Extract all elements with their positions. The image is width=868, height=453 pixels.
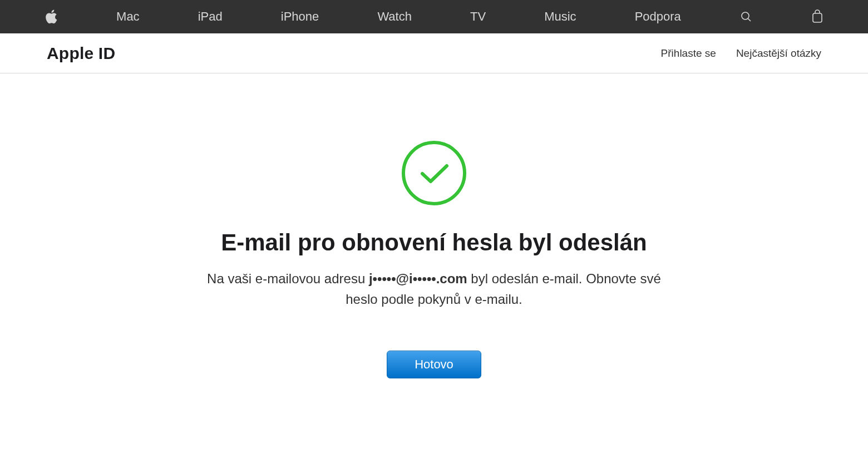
body-text: Na vaši e-mailovou adresu j•••••@i•••••.…: [200, 268, 668, 309]
svg-point-0: [742, 12, 749, 19]
page-title: Apple ID: [47, 44, 115, 63]
nav-ipad[interactable]: iPad: [198, 9, 223, 24]
apple-logo-icon[interactable]: [45, 9, 58, 24]
faq-link[interactable]: Nejčastější otázky: [736, 47, 821, 60]
headline: E-mail pro obnovení hesla byl odeslán: [221, 229, 647, 256]
search-icon[interactable]: [739, 10, 753, 23]
svg-point-3: [403, 142, 465, 204]
nav-support[interactable]: Podpora: [635, 9, 681, 24]
nav-watch[interactable]: Watch: [377, 9, 412, 24]
svg-line-1: [748, 18, 751, 21]
global-nav: Mac iPad iPhone Watch TV Music Podpora: [0, 0, 868, 33]
done-button[interactable]: Hotovo: [387, 351, 481, 378]
body-text-pre: Na vaši e-mailovou adresu: [207, 271, 369, 286]
body-text-email: j•••••@i•••••.com: [369, 271, 467, 286]
main-content: E-mail pro obnovení hesla byl odeslán Na…: [0, 73, 868, 378]
nav-iphone[interactable]: iPhone: [281, 9, 319, 24]
nav-tv[interactable]: TV: [470, 9, 486, 24]
bag-icon[interactable]: [811, 9, 823, 24]
svg-rect-2: [813, 13, 822, 22]
local-nav: Apple ID Přihlaste se Nejčastější otázky: [0, 33, 868, 73]
local-nav-links: Přihlaste se Nejčastější otázky: [661, 47, 821, 60]
success-check-icon: [401, 140, 467, 206]
signin-link[interactable]: Přihlaste se: [661, 47, 716, 60]
nav-mac[interactable]: Mac: [116, 9, 140, 24]
nav-music[interactable]: Music: [544, 9, 576, 24]
global-nav-list: Mac iPad iPhone Watch TV Music Podpora: [45, 9, 823, 24]
